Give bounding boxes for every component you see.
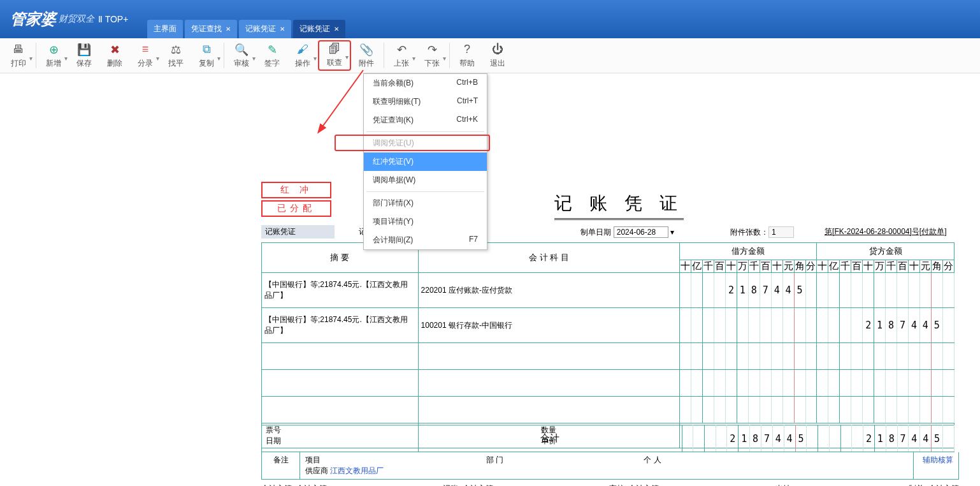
copy-icon: ⧉ (203, 42, 211, 57)
link-dropdown: 当前余额(B)Ctrl+B 联查明细账(T)Ctrl+T 凭证查询(K)Ctrl… (363, 73, 487, 250)
toolbar: 🖶打印 ⊕新增 💾保存 ✖删除 ≡分录 ⚖找平 ⧉复制 🔍审核 ✎签字 🖌操作 … (0, 38, 980, 73)
close-icon[interactable]: ✕ (334, 26, 339, 33)
svg-line-0 (322, 70, 363, 128)
link-button[interactable]: 🗐联查 (318, 40, 351, 71)
balance-button[interactable]: ⚖找平 (161, 40, 191, 71)
redo-icon: ↷ (428, 42, 437, 57)
logo-sub: 财贸双全 (59, 13, 94, 25)
doc-number: 第[FK-2024-06-28-00004]号[付款单] (825, 226, 946, 237)
voucher-table: 摘 要 会 计 科 目 借方金额 贷方金额 十亿千百十万千百十元角分十亿千百十万… (261, 242, 955, 448)
logo-main: 管家婆 (0, 9, 56, 29)
menu-red-reverse[interactable]: 红冲凭证(V) (364, 152, 487, 171)
table-row[interactable]: 【中国银行】等;21874.45元.【江西文教用品厂】 100201 银行存款-… (262, 308, 955, 343)
col-debit: 借方金额 (680, 243, 817, 260)
close-icon[interactable]: ✕ (226, 26, 231, 33)
print-icon: 🖶 (13, 42, 24, 57)
close-icon[interactable]: ✕ (280, 26, 285, 33)
stamp-allocated: 已分配 (261, 200, 331, 217)
save-icon: 💾 (77, 42, 91, 57)
menu-dept-detail[interactable]: 部门详情(X) (364, 194, 487, 212)
tab-voucher-2[interactable]: 记账凭证✕ (293, 20, 345, 38)
menu-current-balance[interactable]: 当前余额(B)Ctrl+B (364, 74, 487, 92)
exit-button[interactable]: ⏻退出 (482, 40, 513, 71)
pen-icon: ✎ (268, 42, 277, 57)
logo-plus: Ⅱ TOP+ (98, 14, 128, 24)
help-button[interactable]: ?帮助 (452, 40, 482, 71)
table-row[interactable] (262, 370, 955, 397)
aux-link[interactable]: 辅助核算 (914, 452, 958, 479)
menu-view-voucher: 调阅凭证(U) (364, 134, 487, 152)
remarks-row: 备注 项目部 门个 人 供应商 江西文教用品厂 辅助核算 (261, 452, 959, 480)
tab-voucher-1[interactable]: 记账凭证✕ (239, 20, 291, 38)
help-icon: ? (464, 42, 470, 57)
tab-voucher-search[interactable]: 凭证查找✕ (185, 20, 237, 38)
plus-icon: ⊕ (49, 42, 59, 57)
next-button[interactable]: ↷下张 (417, 40, 447, 71)
total-table: 合计 2187445 2187445 (261, 425, 955, 452)
table-row[interactable] (262, 343, 955, 370)
date-input[interactable] (614, 226, 668, 238)
app-header: 管家婆 财贸双全 Ⅱ TOP+ 主界面 凭证查找✕ 记账凭证✕ 记账凭证✕ (0, 0, 980, 38)
undo-icon: ↶ (397, 42, 407, 57)
balance-icon: ⚖ (171, 42, 181, 57)
attach-count[interactable]: 1 (768, 226, 794, 238)
menu-link-detail[interactable]: 联查明细账(T)Ctrl+T (364, 92, 487, 111)
operate-button[interactable]: 🖌操作 (287, 40, 318, 71)
tab-bar: 主界面 凭证查找✕ 记账凭证✕ 记账凭证✕ (147, 20, 347, 38)
menu-proj-detail[interactable]: 项目详情(Y) (364, 212, 487, 231)
menu-voucher-query[interactable]: 凭证查询(K)Ctrl+K (364, 111, 487, 129)
attach-button[interactable]: 📎附件 (351, 40, 382, 71)
delete-button[interactable]: ✖删除 (99, 40, 130, 71)
voucher-type-select[interactable]: 记账凭证 (261, 225, 335, 239)
add-button[interactable]: ⊕新增 (38, 40, 69, 71)
brush-icon: 🖌 (297, 42, 308, 57)
save-button[interactable]: 💾保存 (69, 40, 99, 71)
audit-button[interactable]: 🔍审核 (226, 40, 257, 71)
stamp-red-reverse: 红 冲 (261, 182, 331, 198)
list-icon: ≡ (142, 42, 149, 57)
supplier-link[interactable]: 江西文教用品厂 (330, 466, 384, 475)
voucher-title: 记 账 凭 证 (554, 191, 684, 220)
sign-button[interactable]: ✎签字 (257, 40, 287, 71)
power-icon: ⏻ (492, 42, 503, 57)
table-row[interactable] (262, 397, 955, 423)
voucher-footer: 会计主管: 会计主管 记账: 会计主管 审核: 会计主管 出纳: 制单: 会计主… (261, 483, 959, 486)
menu-period[interactable]: 会计期间(Z)F7 (364, 231, 487, 249)
entry-button[interactable]: ≡分录 (130, 40, 161, 71)
delete-icon: ✖ (110, 42, 120, 57)
menu-view-bill[interactable]: 调阅单据(W) (364, 171, 487, 189)
copy-button[interactable]: ⧉复制 (191, 40, 222, 71)
print-button[interactable]: 🖶打印 (3, 40, 34, 71)
col-credit: 贷方金额 (817, 243, 955, 260)
search-icon: 🔍 (234, 42, 249, 57)
prev-button[interactable]: ↶上张 (386, 40, 417, 71)
clip-icon: 📎 (359, 42, 373, 57)
table-row[interactable]: 【中国银行】等;21874.45元.【江西文教用品厂】 220201 应付账款-… (262, 273, 955, 308)
link-icon: 🗐 (329, 43, 340, 56)
tab-main[interactable]: 主界面 (147, 20, 183, 38)
